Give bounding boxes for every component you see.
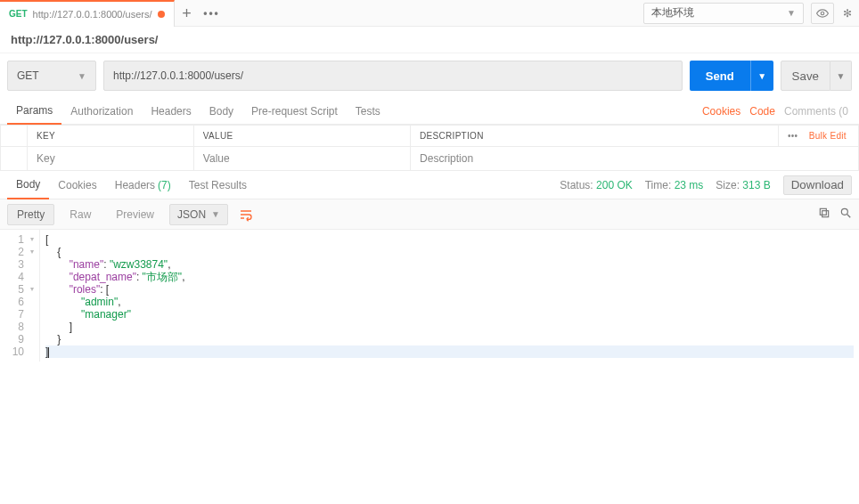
method-select[interactable]: GET ▼ <box>7 61 96 91</box>
settings-button[interactable]: ✻ <box>841 3 854 24</box>
size-label: Size: <box>716 179 740 191</box>
status-group: Status: 200 OK <box>560 179 632 191</box>
chevron-down-icon: ▼ <box>78 71 86 81</box>
response-toolbar: Pretty Raw Preview JSON ▼ <box>0 199 859 230</box>
status-label: Status: <box>560 179 593 191</box>
view-preview[interactable]: Preview <box>106 204 164 225</box>
chevron-down-icon: ▼ <box>757 71 766 81</box>
send-button[interactable]: Send <box>690 61 750 91</box>
url-value: http://127.0.0.1:8000/users/ <box>113 69 243 82</box>
chevron-down-icon: ▼ <box>211 209 220 219</box>
tab-url: http://127.0.0.1:8000/users/ <box>33 9 152 20</box>
svg-point-3 <box>841 208 847 215</box>
response-header: Body Cookies Headers (7) Test Results St… <box>0 171 859 199</box>
ellipsis-icon: ••• <box>203 7 220 20</box>
copy-button[interactable] <box>818 207 830 222</box>
params-select-all[interactable] <box>1 126 28 147</box>
tab-tests[interactable]: Tests <box>347 98 389 125</box>
response-tabs: Body Cookies Headers (7) Test Results <box>7 171 256 199</box>
view-raw[interactable]: Raw <box>60 204 101 225</box>
wrap-lines-button[interactable] <box>233 204 258 225</box>
request-tabs: Params Authorization Headers Body Pre-re… <box>0 98 859 125</box>
request-links: Cookies Code Comments (0 <box>702 105 852 118</box>
tab-menu-button[interactable]: ••• <box>200 0 225 27</box>
quicklook-button[interactable] <box>811 3 834 24</box>
params-row-checkbox[interactable] <box>1 147 28 171</box>
tab-method: GET <box>9 9 28 19</box>
link-cookies[interactable]: Cookies <box>702 105 740 118</box>
resp-tab-body[interactable]: Body <box>7 171 49 199</box>
params-more-button[interactable]: ••• <box>788 131 798 141</box>
chevron-down-icon: ▼ <box>787 8 796 18</box>
params-new-row: Key Value Description <box>1 147 859 171</box>
line-gutter: 1▾2▾345▾678910 <box>0 230 40 362</box>
plus-icon: + <box>182 5 192 21</box>
tab-params[interactable]: Params <box>7 98 61 125</box>
request-title: http://127.0.0.1:8000/users/ <box>0 27 859 53</box>
status-value: 200 OK <box>596 179 633 191</box>
headers-count: (7) <box>158 179 171 191</box>
request-bar: GET ▼ http://127.0.0.1:8000/users/ Send … <box>0 53 859 98</box>
th-tools: ••• Bulk Edit <box>779 126 859 147</box>
param-description-input[interactable]: Description <box>411 147 859 171</box>
chevron-down-icon: ▼ <box>837 71 846 81</box>
th-value: VALUE <box>193 126 410 147</box>
wrap-icon <box>239 207 253 222</box>
resp-tab-cookies[interactable]: Cookies <box>49 171 105 199</box>
request-title-text: http://127.0.0.1:8000/users/ <box>11 33 158 46</box>
method-value: GET <box>17 69 39 82</box>
params-table: KEY VALUE DESCRIPTION ••• Bulk Edit Key … <box>0 125 859 171</box>
param-value-input[interactable]: Value <box>193 147 410 171</box>
tab-body[interactable]: Body <box>200 98 242 125</box>
svg-point-0 <box>821 12 824 15</box>
url-input[interactable]: http://127.0.0.1:8000/users/ <box>103 61 683 91</box>
response-toolbar-right <box>818 207 852 222</box>
resp-tab-headers-label: Headers <box>115 179 155 191</box>
time-label: Time: <box>645 179 672 191</box>
search-icon <box>839 207 852 219</box>
tab-authorization[interactable]: Authorization <box>61 98 142 125</box>
request-tab[interactable]: GET http://127.0.0.1:8000/users/ <box>0 0 175 27</box>
eye-icon <box>816 7 829 20</box>
unsaved-dot-icon <box>158 11 165 18</box>
response-body[interactable]: 1▾2▾345▾678910 [ { "name": "wzw33874", "… <box>0 230 859 362</box>
view-pretty[interactable]: Pretty <box>7 204 54 225</box>
th-key: KEY <box>28 126 194 147</box>
environment-area: 本地环境 ▼ ✻ <box>643 3 859 24</box>
format-value: JSON <box>177 208 206 221</box>
time-value: 23 ms <box>675 179 704 191</box>
environment-name: 本地环境 <box>651 5 694 20</box>
link-code[interactable]: Code <box>749 105 775 118</box>
size-value: 313 B <box>742 179 770 191</box>
tab-headers[interactable]: Headers <box>142 98 200 125</box>
copy-icon <box>818 207 830 219</box>
response-meta: Status: 200 OK Time: 23 ms Size: 313 B D… <box>560 175 852 195</box>
format-select[interactable]: JSON ▼ <box>169 204 228 225</box>
search-button[interactable] <box>839 207 852 222</box>
tab-bar: GET http://127.0.0.1:8000/users/ + ••• 本… <box>0 0 859 27</box>
resp-tab-tests[interactable]: Test Results <box>180 171 256 199</box>
download-button[interactable]: Download <box>783 175 852 195</box>
send-group: Send ▼ <box>690 61 773 91</box>
svg-line-4 <box>847 215 851 218</box>
param-key-input[interactable]: Key <box>28 147 194 171</box>
params-header-row: KEY VALUE DESCRIPTION ••• Bulk Edit <box>1 126 859 147</box>
save-group: Save ▼ <box>781 61 852 91</box>
link-comments[interactable]: Comments (0 <box>784 105 848 118</box>
svg-rect-1 <box>822 211 829 217</box>
save-options-button[interactable]: ▼ <box>830 61 852 91</box>
environment-select[interactable]: 本地环境 ▼ <box>643 3 804 24</box>
bulk-edit-button[interactable]: Bulk Edit <box>809 131 847 141</box>
save-button[interactable]: Save <box>781 61 830 91</box>
gear-icon: ✻ <box>843 7 852 20</box>
th-description: DESCRIPTION <box>411 126 779 147</box>
code-content[interactable]: [ { "name": "wzw33874", "depat_name": "市… <box>40 230 859 362</box>
time-group: Time: 23 ms <box>645 179 704 191</box>
tab-prerequest[interactable]: Pre-request Script <box>242 98 347 125</box>
new-tab-button[interactable]: + <box>175 0 200 27</box>
send-options-button[interactable]: ▼ <box>750 61 773 91</box>
resp-tab-headers[interactable]: Headers (7) <box>106 171 180 199</box>
size-group: Size: 313 B <box>716 179 770 191</box>
svg-rect-2 <box>820 208 826 215</box>
